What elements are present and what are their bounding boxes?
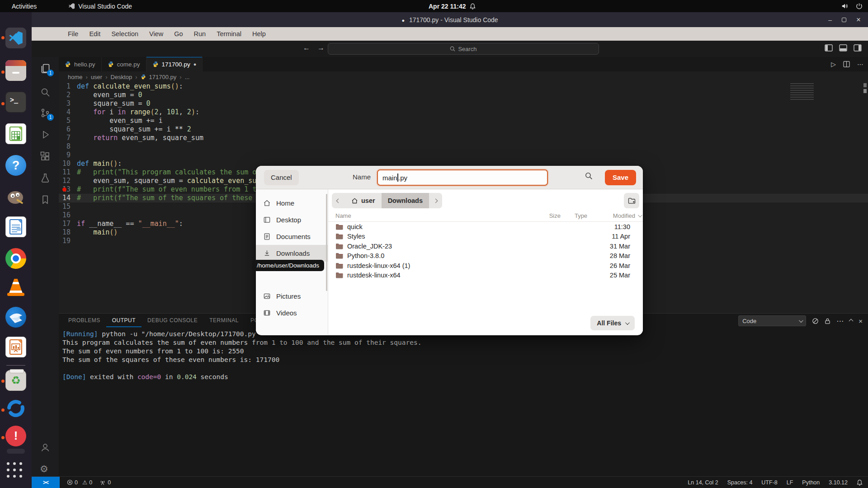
column-type[interactable]: Type bbox=[561, 212, 601, 219]
breadcrumb-file[interactable]: 171700.py bbox=[149, 74, 177, 80]
breadcrumb[interactable]: home › user › Desktop › 171700.py › ... bbox=[59, 71, 868, 82]
dock-item-app-grid[interactable] bbox=[7, 462, 22, 478]
path-segment-user[interactable]: user bbox=[345, 193, 382, 208]
run-python-file-icon[interactable]: ▷ bbox=[831, 61, 836, 68]
path-back-chevron[interactable] bbox=[332, 193, 345, 208]
dock-item-gimp[interactable] bbox=[5, 186, 26, 206]
extensions-icon[interactable] bbox=[40, 151, 51, 162]
source-control-icon[interactable]: 1 bbox=[40, 108, 51, 118]
file-type-filter-button[interactable]: All Files bbox=[590, 316, 635, 330]
bookmarks-icon[interactable] bbox=[40, 194, 51, 205]
breadcrumb-user[interactable]: user bbox=[91, 74, 102, 80]
sidebar-item-pictures[interactable]: Pictures bbox=[256, 288, 328, 305]
clear-output-icon[interactable] bbox=[812, 318, 819, 324]
dock-item-update-alert[interactable]: ! bbox=[5, 426, 26, 446]
code-line-7[interactable]: 7 return even_sum, square_sum bbox=[59, 134, 868, 142]
toggle-sidebar-icon[interactable] bbox=[825, 44, 833, 52]
search-view-icon[interactable] bbox=[40, 87, 51, 98]
breadcrumb-more[interactable]: ... bbox=[185, 74, 190, 80]
activities-button[interactable]: Activities bbox=[12, 3, 37, 10]
tab-hello-py[interactable]: hello.py bbox=[59, 57, 102, 71]
code-line-8[interactable]: 8 bbox=[59, 142, 868, 151]
tab-come-py[interactable]: come.py bbox=[102, 57, 146, 71]
notifications-bell-icon[interactable] bbox=[857, 479, 863, 486]
customize-layout-icon[interactable] bbox=[854, 44, 862, 52]
minimap[interactable] bbox=[790, 83, 814, 100]
menu-run[interactable]: Run bbox=[189, 30, 212, 38]
code-line-3[interactable]: 3 square_sum = 0 bbox=[59, 99, 868, 108]
explorer-icon[interactable]: 1 bbox=[40, 63, 51, 74]
output-channel-select[interactable]: Code bbox=[738, 315, 806, 326]
code-line-2[interactable]: 2 even_sum = 0 bbox=[59, 91, 868, 99]
breakpoint-dot[interactable] bbox=[62, 188, 66, 192]
more-actions-icon[interactable]: ⋯ bbox=[857, 61, 863, 68]
menu-view[interactable]: View bbox=[144, 30, 169, 38]
save-button[interactable]: Save bbox=[605, 170, 636, 185]
more-actions-icon[interactable]: ⋯ bbox=[836, 317, 844, 325]
menu-terminal[interactable]: Terminal bbox=[211, 30, 247, 38]
ports-indicator[interactable]: 0 bbox=[99, 479, 111, 486]
testing-flask-icon[interactable] bbox=[40, 173, 51, 183]
panel-tab-terminal[interactable]: TERMINAL bbox=[203, 314, 245, 327]
file-row[interactable]: rustdesk-linux-x6425 Mar bbox=[328, 271, 643, 281]
path-forward-chevron[interactable] bbox=[429, 193, 442, 208]
file-row[interactable]: rustdesk-linux-x64 (1)26 Mar bbox=[328, 261, 643, 271]
column-size[interactable]: Size bbox=[520, 212, 561, 219]
dock-item-visual-studio-code[interactable] bbox=[5, 28, 26, 48]
path-segment-downloads[interactable]: Downloads bbox=[382, 193, 429, 208]
language-mode[interactable]: Python bbox=[802, 479, 820, 486]
accounts-icon[interactable] bbox=[40, 442, 51, 453]
column-name[interactable]: Name bbox=[335, 212, 520, 219]
menu-go[interactable]: Go bbox=[169, 30, 188, 38]
maximize-button[interactable] bbox=[842, 18, 846, 22]
eol-sequence[interactable]: LF bbox=[787, 479, 793, 486]
output-console[interactable]: [Running] python -u "/home/user/Desktop/… bbox=[59, 327, 868, 381]
dock-item-libreoffice-impress[interactable] bbox=[5, 337, 26, 357]
cancel-button[interactable]: Cancel bbox=[264, 170, 299, 185]
dock-item-libreoffice-calc[interactable] bbox=[5, 123, 26, 144]
panel-tab-debug-console[interactable]: DEBUG CONSOLE bbox=[142, 314, 203, 327]
tab-171700-py[interactable]: 171700.py ● bbox=[146, 57, 203, 71]
problems-indicator[interactable]: 0 ⚠ 0 bbox=[67, 479, 92, 486]
system-tray[interactable] bbox=[841, 3, 863, 9]
minimize-button[interactable]: – bbox=[828, 16, 832, 23]
close-panel-icon[interactable]: × bbox=[859, 317, 863, 325]
lock-scroll-icon[interactable] bbox=[825, 318, 830, 324]
menu-file[interactable]: File bbox=[62, 30, 84, 38]
breadcrumb-desktop[interactable]: Desktop bbox=[111, 74, 132, 80]
sidebar-item-home[interactable]: Home bbox=[256, 195, 328, 211]
file-row[interactable]: quick11:30 bbox=[328, 222, 643, 232]
python-version[interactable]: 3.10.12 bbox=[829, 479, 848, 486]
breadcrumb-home[interactable]: home bbox=[68, 74, 83, 80]
code-line-1[interactable]: 1def calculate_even_sums(): bbox=[59, 82, 868, 91]
code-line-9[interactable]: 9 bbox=[59, 151, 868, 160]
sidebar-scrollbar[interactable] bbox=[326, 194, 327, 291]
column-modified[interactable]: Modified bbox=[601, 212, 643, 219]
encoding[interactable]: UTF-8 bbox=[761, 479, 777, 486]
file-row[interactable]: Python-3.8.028 Mar bbox=[328, 251, 643, 261]
code-line-5[interactable]: 5 even_sum += i bbox=[59, 117, 868, 125]
panel-tab-output[interactable]: OUTPUT bbox=[106, 314, 142, 327]
sidebar-item-videos[interactable]: Videos bbox=[256, 305, 328, 321]
filename-input[interactable]: main.py bbox=[377, 169, 548, 186]
code-line-6[interactable]: 6 square_sum += i ** 2 bbox=[59, 125, 868, 134]
back-arrow-icon[interactable]: ← bbox=[303, 44, 310, 52]
new-folder-button[interactable] bbox=[624, 193, 639, 208]
search-input[interactable]: Search bbox=[328, 43, 599, 55]
close-button[interactable]: × bbox=[856, 15, 861, 24]
modified-dot[interactable]: ● bbox=[193, 61, 197, 67]
dock-item-help[interactable]: ? bbox=[5, 155, 26, 176]
dock-item-libreoffice-writer[interactable] bbox=[5, 216, 26, 237]
maximize-panel-icon[interactable] bbox=[849, 319, 854, 323]
toggle-panel-icon[interactable] bbox=[839, 44, 847, 52]
split-editor-icon[interactable] bbox=[843, 61, 850, 67]
focused-app-indicator[interactable]: Visual Studio Code bbox=[68, 3, 132, 10]
vscode-title-bar[interactable]: ● 171700.py - Visual Studio Code – × bbox=[32, 12, 868, 27]
dock-item-trash[interactable]: ♻ bbox=[5, 370, 26, 391]
file-row[interactable]: Styles11 Apr bbox=[328, 232, 643, 242]
dock-item-file-manager[interactable] bbox=[5, 60, 26, 81]
search-files-icon[interactable] bbox=[585, 172, 593, 180]
dock-item-terminal[interactable]: >_ bbox=[5, 92, 26, 113]
dock-item-chrome[interactable] bbox=[5, 248, 26, 269]
code-line-4[interactable]: 4 for i in range(2, 101, 2): bbox=[59, 108, 868, 117]
